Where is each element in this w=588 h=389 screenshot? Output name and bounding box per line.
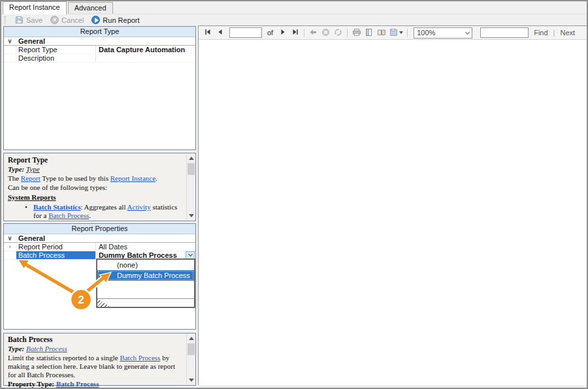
report-viewer: of [198, 25, 587, 385]
tab-report-instance[interactable]: Report Instance [3, 1, 67, 14]
next-page-icon [279, 28, 287, 37]
first-page-button[interactable] [202, 27, 213, 39]
dropdown-item-dummy-batch-process[interactable]: ⚙ Dummy Batch Process [97, 270, 194, 281]
collapse-chevron-icon[interactable]: ∨ [4, 37, 16, 45]
print-icon [352, 28, 361, 38]
next-button[interactable]: Next [560, 29, 575, 37]
back-icon [309, 28, 318, 38]
save-label: Save [26, 16, 42, 24]
group-row-general[interactable]: ∨ General [4, 37, 195, 46]
zoom-value: 100% [417, 29, 435, 37]
first-page-icon [204, 28, 212, 37]
toolbar-separator [407, 29, 408, 37]
resize-grip-icon [97, 299, 110, 307]
save-button[interactable]: Save [15, 16, 42, 24]
page-setup-button[interactable] [376, 27, 387, 39]
help-scrollbar[interactable] [186, 154, 195, 220]
print-layout-icon [365, 28, 373, 38]
back-button[interactable] [308, 27, 319, 39]
batch-process-row-label[interactable]: Batch Process [16, 251, 96, 259]
find-button[interactable]: Find [534, 29, 547, 37]
toolbar-separator [304, 29, 304, 37]
scrollbar-thumb[interactable] [188, 343, 195, 355]
scroll-up-icon[interactable] [187, 154, 195, 163]
group-label: General [16, 234, 96, 242]
type-link[interactable]: Type [26, 165, 40, 173]
scroll-down-icon[interactable] [187, 376, 195, 384]
report-type-panel: Report Type ∨ General Report Type Data C… [3, 26, 196, 150]
system-reports-heading: System Reports [8, 193, 184, 202]
last-page-icon [291, 28, 299, 37]
batch-statistics-bullet: • Batch Statistics: Aggregates all Activ… [8, 203, 184, 220]
report-type-row-label[interactable]: Report Type [16, 46, 96, 54]
export-button[interactable] [388, 27, 404, 39]
help-paragraph-1: The Report Type to be used by this Repor… [8, 174, 184, 183]
print-button[interactable] [351, 27, 362, 39]
cancel-label: Cancel [61, 16, 84, 24]
collapse-chevron-icon[interactable]: ∨ [4, 234, 16, 242]
viewer-toolbar: of [199, 26, 587, 40]
search-input[interactable] [480, 27, 529, 38]
cancel-icon: ✕ [50, 16, 59, 24]
stop-icon [321, 28, 330, 38]
help-paragraph-2: Can be one of the following types: [8, 183, 184, 192]
batch-process-type-link[interactable]: Batch Process [26, 345, 67, 352]
report-period-row-label[interactable]: Report Period [16, 243, 96, 251]
report-viewer-body [199, 40, 587, 385]
bullet-icon: • [25, 203, 33, 220]
cancel-button[interactable]: ✕ Cancel [50, 16, 84, 24]
help-title: Batch Process [8, 335, 184, 344]
next-page-button[interactable] [277, 27, 288, 39]
batch-process-dropdown: (none) ⚙ Dummy Batch Process [96, 258, 195, 308]
tab-advanced[interactable]: Advanced [68, 2, 113, 14]
expander-icon[interactable]: › [4, 243, 16, 251]
run-report-label: Run Report [103, 16, 139, 24]
find-next-separator: | [553, 29, 555, 37]
dropdown-item-none[interactable]: (none) [97, 260, 194, 270]
help-type-line: Type: Type [8, 165, 184, 174]
help-scrollbar[interactable] [186, 334, 195, 384]
stop-refresh-button[interactable] [320, 27, 331, 39]
of-label: of [267, 29, 273, 37]
scrollbar-thumb[interactable] [188, 163, 195, 175]
description-row-label[interactable]: Description [16, 54, 96, 62]
help-title: Report Type [8, 156, 184, 164]
report-type-panel-header: Report Type [4, 27, 195, 37]
page-number-input[interactable] [229, 27, 262, 38]
toolbar-grip[interactable] [4, 16, 6, 24]
batch-process-link[interactable]: Batch Process [120, 354, 160, 362]
group-row-general-2[interactable]: ∨ General [4, 234, 195, 243]
scroll-down-icon[interactable] [187, 211, 195, 220]
zoom-select[interactable]: 100% [414, 27, 472, 39]
property-row-report-period: › Report Period All Dates [4, 243, 195, 251]
export-caret-icon [399, 31, 403, 34]
zoom-dropdown-icon [465, 29, 470, 34]
last-page-button[interactable] [289, 27, 301, 39]
activity-link[interactable]: Activity [127, 203, 151, 211]
report-link[interactable]: Report [21, 174, 41, 182]
group-label: General [16, 37, 96, 45]
report-type-help-panel: Report Type Type: Type The Report Type t… [3, 153, 196, 221]
dropdown-resize-grip[interactable] [97, 298, 194, 307]
batch-statistics-link[interactable]: Batch Statistics [33, 203, 80, 211]
report-type-row-value[interactable]: Data Capture Automation [96, 46, 195, 54]
run-report-button[interactable]: Run Report [91, 16, 139, 24]
batch-process-link[interactable]: Batch Process [48, 211, 89, 219]
description-row-value[interactable] [96, 54, 195, 62]
property-row-description: Description [4, 54, 195, 63]
batch-process-help-panel: Batch Process Type: Batch Process Limit … [3, 333, 196, 386]
scroll-up-icon[interactable] [187, 334, 195, 343]
refresh-icon [334, 28, 342, 38]
report-properties-panel-header: Report Properties [4, 224, 195, 234]
property-type-link[interactable]: Batch Process [56, 380, 99, 388]
report-period-row-value[interactable]: All Dates [96, 243, 195, 251]
previous-page-button[interactable] [214, 27, 225, 39]
tab-bar: Report Instance Advanced [3, 2, 114, 14]
save-icon [15, 16, 24, 24]
refresh-button[interactable] [333, 27, 344, 39]
previous-page-icon [216, 28, 224, 37]
print-layout-button[interactable] [363, 27, 374, 39]
report-instance-link[interactable]: Report Instance [110, 174, 155, 182]
export-icon [389, 28, 398, 38]
run-report-icon [91, 16, 100, 24]
